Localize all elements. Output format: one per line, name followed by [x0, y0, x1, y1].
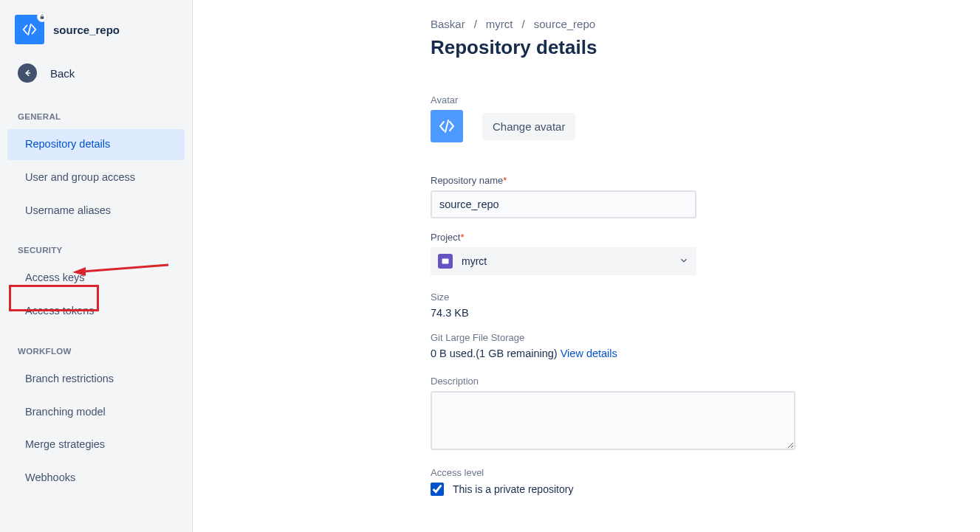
sidebar-item-branch-restrictions[interactable]: Branch restrictions: [7, 364, 185, 395]
chevron-down-icon: [679, 255, 689, 268]
back-label: Back: [50, 67, 75, 80]
sidebar-item-access-keys[interactable]: Access keys: [7, 263, 185, 294]
section-heading-workflow: WORKFLOW: [0, 329, 192, 362]
breadcrumb-item[interactable]: myrct: [486, 18, 513, 30]
sidebar-item-branching-model[interactable]: Branching model: [7, 397, 185, 428]
repo-header: source_repo: [0, 0, 192, 56]
sidebar-item-username-aliases[interactable]: Username aliases: [7, 196, 185, 227]
lock-icon: [37, 12, 47, 22]
lfs-view-details-link[interactable]: View details: [561, 348, 617, 359]
description-textarea[interactable]: [431, 391, 795, 450]
svg-rect-0: [41, 16, 44, 18]
sidebar: source_repo Back GENERAL Repository deta…: [0, 0, 193, 532]
section-heading-security: SECURITY: [0, 228, 192, 260]
size-value: 74.3 KB: [431, 307, 980, 319]
breadcrumb-separator: /: [474, 18, 477, 30]
avatar-label: Avatar: [431, 94, 980, 106]
avatar: [431, 110, 463, 142]
repo-name-input[interactable]: [431, 190, 696, 218]
breadcrumb: Baskar / myrct / source_repo: [431, 18, 980, 30]
description-label: Description: [431, 376, 980, 387]
sidebar-item-repository-details[interactable]: Repository details: [7, 129, 185, 160]
sidebar-item-webhooks[interactable]: Webhooks: [7, 463, 185, 494]
back-button[interactable]: Back: [0, 56, 192, 94]
breadcrumb-separator: /: [522, 18, 525, 30]
main-content: Baskar / myrct / source_repo Repository …: [193, 0, 980, 532]
sidebar-item-user-group-access[interactable]: User and group access: [7, 162, 185, 193]
lfs-label: Git Large File Storage: [431, 332, 980, 343]
change-avatar-button[interactable]: Change avatar: [482, 113, 575, 140]
private-repo-label: This is a private repository: [453, 483, 573, 495]
access-level-label: Access level: [431, 467, 980, 478]
project-selected-value: myrct: [462, 255, 487, 267]
breadcrumb-item[interactable]: Baskar: [431, 18, 465, 30]
page-title: Repository details: [431, 36, 980, 59]
lfs-value: 0 B used.(1 GB remaining) View details: [431, 348, 980, 359]
repo-icon: [15, 15, 44, 44]
private-repo-checkbox[interactable]: [431, 483, 444, 496]
project-label: Project*: [431, 232, 980, 243]
sidebar-item-merge-strategies[interactable]: Merge strategies: [7, 429, 185, 460]
section-heading-general: GENERAL: [0, 94, 192, 127]
sidebar-item-access-tokens[interactable]: Access tokens: [7, 296, 185, 327]
breadcrumb-item[interactable]: source_repo: [534, 18, 595, 30]
back-arrow-icon: [18, 63, 37, 83]
size-label: Size: [431, 291, 980, 303]
project-select[interactable]: myrct: [431, 247, 696, 275]
repo-name: source_repo: [53, 24, 120, 36]
svg-rect-4: [442, 259, 449, 264]
project-icon: [438, 254, 453, 269]
repo-name-label: Repository name*: [431, 175, 980, 186]
